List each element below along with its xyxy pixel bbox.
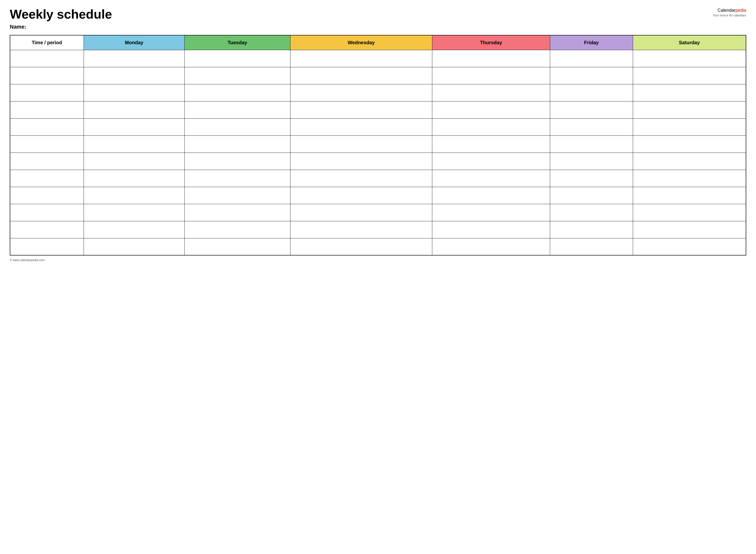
table-cell-saturday-8[interactable] bbox=[633, 187, 746, 204]
table-cell-monday-2[interactable] bbox=[84, 84, 184, 101]
table-cell-thursday-2[interactable] bbox=[432, 84, 550, 101]
table-cell-friday-7[interactable] bbox=[550, 170, 633, 187]
header-cell-wednesday: Wednesday bbox=[290, 35, 432, 50]
table-cell-wednesday-4[interactable] bbox=[290, 118, 432, 135]
table-cell-friday-2[interactable] bbox=[550, 84, 633, 101]
table-cell-monday-0[interactable] bbox=[84, 50, 184, 67]
logo-area: Calendarpedia Your source for calendars bbox=[713, 7, 746, 17]
table-cell-time-1[interactable] bbox=[10, 67, 84, 84]
table-cell-time-6[interactable] bbox=[10, 153, 84, 170]
table-cell-saturday-3[interactable] bbox=[633, 101, 746, 118]
header-cell-thursday: Thursday bbox=[432, 35, 550, 50]
logo-highlight: pedia bbox=[736, 8, 746, 13]
table-cell-monday-10[interactable] bbox=[84, 221, 184, 238]
logo-subtitle: Your source for calendars bbox=[713, 13, 746, 17]
table-cell-tuesday-9[interactable] bbox=[184, 204, 290, 221]
table-cell-wednesday-11[interactable] bbox=[290, 238, 432, 255]
table-cell-thursday-11[interactable] bbox=[432, 238, 550, 255]
table-cell-time-2[interactable] bbox=[10, 84, 84, 101]
table-cell-wednesday-1[interactable] bbox=[290, 67, 432, 84]
table-cell-saturday-1[interactable] bbox=[633, 67, 746, 84]
table-cell-thursday-1[interactable] bbox=[432, 67, 550, 84]
table-cell-time-9[interactable] bbox=[10, 204, 84, 221]
table-cell-monday-6[interactable] bbox=[84, 153, 184, 170]
table-cell-friday-8[interactable] bbox=[550, 187, 633, 204]
table-cell-monday-3[interactable] bbox=[84, 101, 184, 118]
table-header: Time / periodMondayTuesdayWednesdayThurs… bbox=[10, 35, 746, 50]
table-cell-time-8[interactable] bbox=[10, 187, 84, 204]
page-header: Weekly schedule Calendarpedia Your sourc… bbox=[10, 7, 746, 21]
table-cell-wednesday-2[interactable] bbox=[290, 84, 432, 101]
table-cell-tuesday-10[interactable] bbox=[184, 221, 290, 238]
table-cell-thursday-9[interactable] bbox=[432, 204, 550, 221]
table-cell-saturday-5[interactable] bbox=[633, 135, 746, 153]
table-cell-saturday-0[interactable] bbox=[633, 50, 746, 67]
table-cell-saturday-4[interactable] bbox=[633, 118, 746, 135]
table-cell-tuesday-5[interactable] bbox=[184, 135, 290, 153]
table-cell-friday-11[interactable] bbox=[550, 238, 633, 255]
table-cell-tuesday-2[interactable] bbox=[184, 84, 290, 101]
table-cell-wednesday-5[interactable] bbox=[290, 135, 432, 153]
table-cell-wednesday-8[interactable] bbox=[290, 187, 432, 204]
header-cell-friday: Friday bbox=[550, 35, 633, 50]
table-cell-wednesday-10[interactable] bbox=[290, 221, 432, 238]
table-row bbox=[10, 238, 746, 255]
name-label: Name: bbox=[10, 24, 746, 30]
table-row bbox=[10, 187, 746, 204]
table-cell-saturday-2[interactable] bbox=[633, 84, 746, 101]
table-cell-tuesday-3[interactable] bbox=[184, 101, 290, 118]
table-cell-saturday-11[interactable] bbox=[633, 238, 746, 255]
table-cell-time-5[interactable] bbox=[10, 135, 84, 153]
table-cell-monday-1[interactable] bbox=[84, 67, 184, 84]
table-cell-thursday-0[interactable] bbox=[432, 50, 550, 67]
table-cell-monday-11[interactable] bbox=[84, 238, 184, 255]
table-cell-thursday-3[interactable] bbox=[432, 101, 550, 118]
table-cell-thursday-4[interactable] bbox=[432, 118, 550, 135]
table-cell-thursday-8[interactable] bbox=[432, 187, 550, 204]
table-cell-monday-4[interactable] bbox=[84, 118, 184, 135]
table-cell-thursday-6[interactable] bbox=[432, 153, 550, 170]
table-cell-time-11[interactable] bbox=[10, 238, 84, 255]
table-row bbox=[10, 101, 746, 118]
table-cell-tuesday-7[interactable] bbox=[184, 170, 290, 187]
table-cell-wednesday-6[interactable] bbox=[290, 153, 432, 170]
table-cell-friday-0[interactable] bbox=[550, 50, 633, 67]
table-cell-monday-8[interactable] bbox=[84, 187, 184, 204]
table-cell-saturday-6[interactable] bbox=[633, 153, 746, 170]
table-row bbox=[10, 153, 746, 170]
table-cell-monday-5[interactable] bbox=[84, 135, 184, 153]
table-cell-wednesday-7[interactable] bbox=[290, 170, 432, 187]
table-cell-monday-9[interactable] bbox=[84, 204, 184, 221]
table-cell-saturday-10[interactable] bbox=[633, 221, 746, 238]
table-cell-friday-9[interactable] bbox=[550, 204, 633, 221]
table-cell-thursday-10[interactable] bbox=[432, 221, 550, 238]
table-cell-time-4[interactable] bbox=[10, 118, 84, 135]
table-cell-tuesday-11[interactable] bbox=[184, 238, 290, 255]
table-cell-thursday-5[interactable] bbox=[432, 135, 550, 153]
table-cell-time-7[interactable] bbox=[10, 170, 84, 187]
table-cell-tuesday-1[interactable] bbox=[184, 67, 290, 84]
table-cell-friday-10[interactable] bbox=[550, 221, 633, 238]
table-cell-time-10[interactable] bbox=[10, 221, 84, 238]
table-cell-wednesday-0[interactable] bbox=[290, 50, 432, 67]
table-cell-monday-7[interactable] bbox=[84, 170, 184, 187]
table-cell-tuesday-4[interactable] bbox=[184, 118, 290, 135]
table-cell-wednesday-3[interactable] bbox=[290, 101, 432, 118]
table-cell-friday-4[interactable] bbox=[550, 118, 633, 135]
table-cell-friday-3[interactable] bbox=[550, 101, 633, 118]
table-cell-friday-6[interactable] bbox=[550, 153, 633, 170]
page-title: Weekly schedule bbox=[10, 7, 112, 21]
table-cell-thursday-7[interactable] bbox=[432, 170, 550, 187]
table-cell-wednesday-9[interactable] bbox=[290, 204, 432, 221]
table-cell-time-3[interactable] bbox=[10, 101, 84, 118]
header-cell-monday: Monday bbox=[84, 35, 184, 50]
table-cell-time-0[interactable] bbox=[10, 50, 84, 67]
table-cell-friday-5[interactable] bbox=[550, 135, 633, 153]
table-cell-saturday-9[interactable] bbox=[633, 204, 746, 221]
table-cell-tuesday-0[interactable] bbox=[184, 50, 290, 67]
header-cell-time: Time / period bbox=[10, 35, 84, 50]
table-cell-saturday-7[interactable] bbox=[633, 170, 746, 187]
table-cell-friday-1[interactable] bbox=[550, 67, 633, 84]
table-cell-tuesday-8[interactable] bbox=[184, 187, 290, 204]
table-cell-tuesday-6[interactable] bbox=[184, 153, 290, 170]
